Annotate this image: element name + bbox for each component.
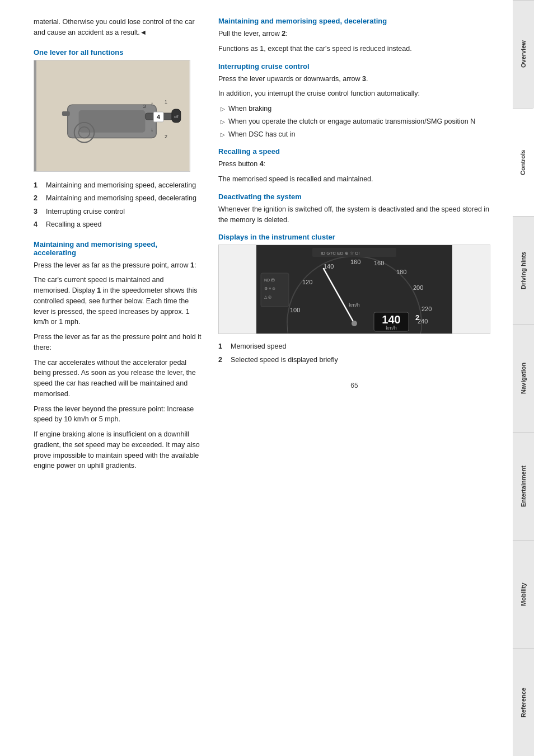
interrupt-bullets: When braking When you operate the clutch… (218, 104, 490, 139)
decel-pull-text: Pull the lever, arrow 2: (218, 29, 490, 39)
list-item-1: 1 Maintaining and memorising speed, acce… (34, 181, 202, 191)
lever-diagram-container: off ↑ ↓ 4 1 2 3 (34, 60, 190, 172)
svg-text:3: 3 (143, 104, 146, 109)
recalling-heading: Recalling a speed (218, 147, 490, 156)
svg-text:160: 160 (350, 259, 360, 265)
svg-text:160: 160 (374, 260, 384, 266)
svg-text:↑: ↑ (151, 101, 153, 107)
lever-functions-list: 1 Maintaining and memorising speed, acce… (34, 181, 202, 230)
bullet-clutch: When you operate the clutch or engage au… (218, 116, 490, 127)
intro-text: material. Otherwise you could lose contr… (34, 17, 202, 38)
tab-overview[interactable]: Overview (513, 0, 534, 108)
accelerating-heading: Maintaining and memorising speed, accele… (34, 240, 202, 257)
list-item-4: 4 Recalling a speed (34, 220, 202, 230)
accel-para-4: The car accelerates without the accelera… (34, 358, 202, 400)
displays-list: 1 Memorised speed 2 Selected speed is di… (218, 342, 490, 365)
tab-reference[interactable]: Reference (513, 648, 534, 756)
list-item-3: 3 Interrupting cruise control (34, 207, 202, 217)
speedometer-display: 100 120 140 160 160 180 200 220 240 km/h (218, 245, 490, 334)
svg-text:140: 140 (382, 313, 400, 326)
accel-para-3: Press the lever as far as the pressure p… (34, 332, 202, 353)
decelerating-heading: Maintaining and memorising speed, decele… (218, 17, 490, 25)
deactivating-body: Whenever the ignition is switched off, t… (218, 204, 490, 226)
tab-entertainment[interactable]: Entertainment (513, 432, 534, 540)
side-navigation: Overview Controls Driving hints Navigati… (513, 0, 534, 756)
svg-text:ID  GTC  ED  ⊕  ☆  O!: ID GTC ED ⊕ ☆ O! (321, 251, 360, 256)
displays-heading: Displays in the instrument cluster (218, 233, 490, 241)
accel-para-2: The car's current speed is maintained an… (34, 275, 202, 327)
display-item-1: 1 Memorised speed (218, 342, 490, 352)
list-item-2: 2 Maintaining and memorising speed, dece… (34, 194, 202, 204)
tab-navigation[interactable]: Navigation (513, 324, 534, 432)
svg-rect-12 (62, 111, 70, 116)
svg-text:2: 2 (415, 313, 419, 322)
svg-text:120: 120 (302, 279, 312, 285)
svg-text:2: 2 (165, 133, 167, 139)
right-column: Maintaining and memorising speed, decele… (218, 17, 490, 739)
interrupt-addition: In addition, you interrupt the cruise co… (218, 88, 490, 99)
main-content: material. Otherwise you could lose contr… (0, 0, 513, 756)
svg-text:↓: ↓ (151, 126, 153, 132)
svg-text:200: 200 (413, 284, 423, 291)
svg-text:220: 220 (421, 306, 432, 312)
svg-text:180: 180 (396, 269, 406, 275)
recall-press: Press button 4: (218, 159, 490, 170)
svg-point-28 (352, 321, 357, 326)
accel-para-6: If engine braking alone is insufficient … (34, 429, 202, 471)
left-column: material. Otherwise you could lose contr… (34, 17, 202, 739)
recall-body: The memorised speed is recalled and main… (218, 174, 490, 185)
accel-para-1: Press the lever as far as the pressure p… (34, 260, 202, 271)
page-number: 65 (218, 382, 490, 389)
display-item-2: 2 Selected speed is displayed briefly (218, 355, 490, 365)
svg-text:4: 4 (157, 113, 160, 120)
svg-text:100: 100 (290, 307, 300, 313)
deactivating-heading: Deactivating the system (218, 192, 490, 201)
bullet-dsc: When DSC has cut in (218, 129, 490, 140)
one-lever-heading: One lever for all functions (34, 48, 202, 57)
tab-driving-hints[interactable]: Driving hints (513, 216, 534, 324)
svg-text:km/h: km/h (349, 302, 360, 308)
svg-text:△ ◎: △ ◎ (264, 295, 271, 299)
svg-text:⚙ ≡ ⊙: ⚙ ≡ ⊙ (264, 287, 275, 290)
interrupting-heading: Interrupting cruise control (218, 62, 490, 71)
tab-mobility[interactable]: Mobility (513, 540, 534, 648)
svg-text:off: off (174, 114, 179, 118)
svg-text:1: 1 (165, 99, 167, 105)
interrupt-press: Press the lever upwards or downwards, ar… (218, 74, 490, 84)
svg-text:ND ⓜ: ND ⓜ (264, 278, 275, 282)
tab-controls[interactable]: Controls (513, 108, 534, 216)
svg-text:140: 140 (324, 263, 334, 270)
svg-text:km/h: km/h (386, 325, 397, 331)
bullet-braking: When braking (218, 104, 490, 114)
decel-body: Functions as 1, except that the car's sp… (218, 44, 490, 54)
accel-para-5: Press the lever beyond the pressure poin… (34, 404, 202, 425)
